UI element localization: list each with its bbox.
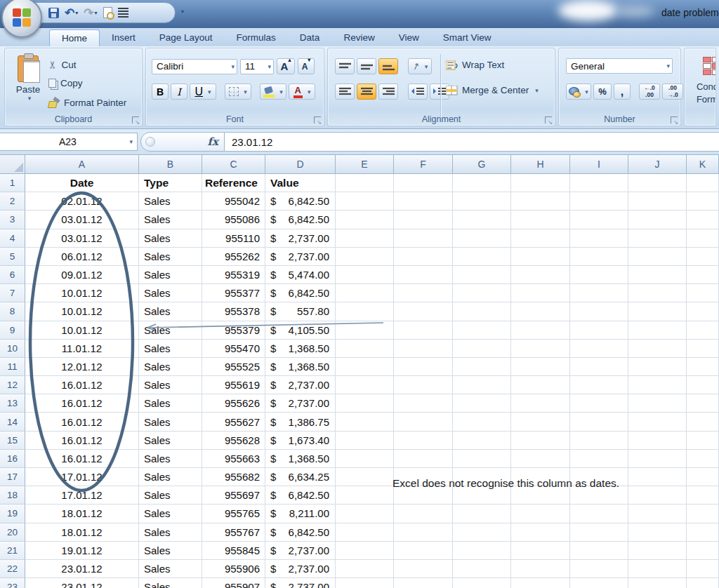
cell-A1[interactable]: Date [25,174,139,192]
cell-K21[interactable] [687,542,719,560]
cell-D14[interactable]: $1,386.75 [265,413,336,431]
cell-A21[interactable]: 19.01.12 [25,542,139,560]
cell-K4[interactable] [687,229,719,248]
row-header-16[interactable]: 16 [0,450,25,468]
tab-page-layout[interactable]: Page Layout [147,29,225,46]
undo-button[interactable]: ↶▾ [63,4,79,21]
cell-D22[interactable]: $2,737.00 [265,560,336,578]
cell-B22[interactable]: Sales [139,560,202,578]
column-header-D[interactable]: D [265,155,336,174]
document-lines-button[interactable] [117,4,130,21]
column-header-C[interactable]: C [202,155,265,174]
cell-F15[interactable] [394,432,453,450]
cell-B21[interactable]: Sales [139,542,202,560]
cell-G9[interactable] [453,321,511,340]
cell-A16[interactable]: 16.01.12 [25,450,139,468]
decrease-indent-button[interactable] [408,83,428,100]
cell-H23[interactable] [511,578,570,588]
row-header-23[interactable]: 23 [0,578,25,588]
orientation-button[interactable]: ↗▾ [408,58,432,74]
row-header-5[interactable]: 5 [0,248,25,266]
cell-F23[interactable] [394,578,453,588]
cell-D16[interactable]: $1,368.50 [265,450,336,468]
borders-button[interactable]: ▾ [225,83,251,100]
cell-A19[interactable]: 18.01.12 [25,505,139,523]
cell-I23[interactable] [570,578,628,588]
cell-G22[interactable] [453,560,511,578]
cell-C8[interactable]: 955378 [202,302,265,321]
merge-center-button[interactable]: Merge & Center ▾ [446,85,539,95]
cell-K12[interactable] [687,376,719,394]
cell-F16[interactable] [394,450,453,468]
cell-A4[interactable]: 03.01.12 [25,229,139,248]
cell-D23[interactable]: $2,737.00 [265,578,336,588]
align-top-button[interactable] [335,58,355,74]
cell-E4[interactable] [336,229,394,248]
row-header-10[interactable]: 10 [0,340,25,358]
cell-H3[interactable] [511,211,570,229]
increase-decimal-button[interactable]: ←.0.00 [639,83,660,100]
cell-B8[interactable]: Sales [139,302,202,321]
cell-C9[interactable]: 955379 [202,321,265,340]
row-header-6[interactable]: 6 [0,266,25,284]
tab-formulas[interactable]: Formulas [225,29,288,46]
tab-view[interactable]: View [387,29,431,46]
copy-button[interactable]: Copy [48,78,83,88]
cell-F8[interactable] [394,302,453,321]
cell-H21[interactable] [511,542,570,560]
cell-B17[interactable]: Sales [139,468,202,486]
cell-B9[interactable]: Sales [139,321,202,340]
tab-data[interactable]: Data [288,29,332,46]
cell-J11[interactable] [628,358,687,376]
cell-I12[interactable] [570,376,628,394]
number-dialog-launcher-icon[interactable] [671,116,678,123]
cell-F9[interactable] [394,321,453,340]
cell-F20[interactable] [394,523,453,542]
cell-I14[interactable] [570,413,628,431]
cell-A17[interactable]: 17.01.12 [25,468,139,486]
cell-H7[interactable] [511,284,570,302]
cell-C15[interactable]: 955628 [202,432,265,450]
cell-A2[interactable]: 02.01.12 [25,192,139,211]
cell-H22[interactable] [511,560,570,578]
row-header-8[interactable]: 8 [0,302,25,321]
cell-B23[interactable]: Sales [139,578,202,588]
cell-E15[interactable] [336,432,394,450]
insert-function-area[interactable]: fx [140,132,225,152]
cell-I6[interactable] [570,266,628,284]
cell-G15[interactable] [453,432,511,450]
cell-F5[interactable] [394,248,453,266]
cell-C23[interactable]: 955907 [202,578,265,588]
cell-B19[interactable]: Sales [139,505,202,523]
wrap-text-button[interactable]: Wrap Text [446,60,504,70]
cell-E7[interactable] [336,284,394,302]
cell-D21[interactable]: $2,737.00 [265,542,336,560]
cell-J23[interactable] [628,578,687,588]
cell-E9[interactable] [336,321,394,340]
cell-D9[interactable]: $4,105.50 [265,321,336,340]
format-painter-button[interactable]: Format Painter [48,98,126,108]
row-header-12[interactable]: 12 [0,376,25,394]
cell-A12[interactable]: 16.01.12 [25,376,139,394]
cell-K20[interactable] [687,523,719,542]
cell-E2[interactable] [336,192,394,211]
cell-E8[interactable] [336,302,394,321]
cell-K11[interactable] [687,358,719,376]
cell-E22[interactable] [336,560,394,578]
cell-K1[interactable] [687,174,719,192]
cell-B7[interactable]: Sales [139,284,202,302]
cell-G11[interactable] [453,358,511,376]
cell-J17[interactable] [628,468,687,486]
cell-F4[interactable] [394,229,453,248]
cell-B16[interactable]: Sales [139,450,202,468]
row-header-22[interactable]: 22 [0,560,25,578]
cell-D5[interactable]: $2,737.00 [265,248,336,266]
cell-K6[interactable] [687,266,719,284]
tab-insert[interactable]: Insert [100,29,147,46]
cell-F13[interactable] [394,394,453,413]
cell-A9[interactable]: 10.01.12 [25,321,139,340]
tab-smart-view[interactable]: Smart View [431,29,503,46]
cell-B10[interactable]: Sales [139,340,202,358]
column-header-H[interactable]: H [511,155,570,174]
cell-C20[interactable]: 955767 [202,523,265,542]
